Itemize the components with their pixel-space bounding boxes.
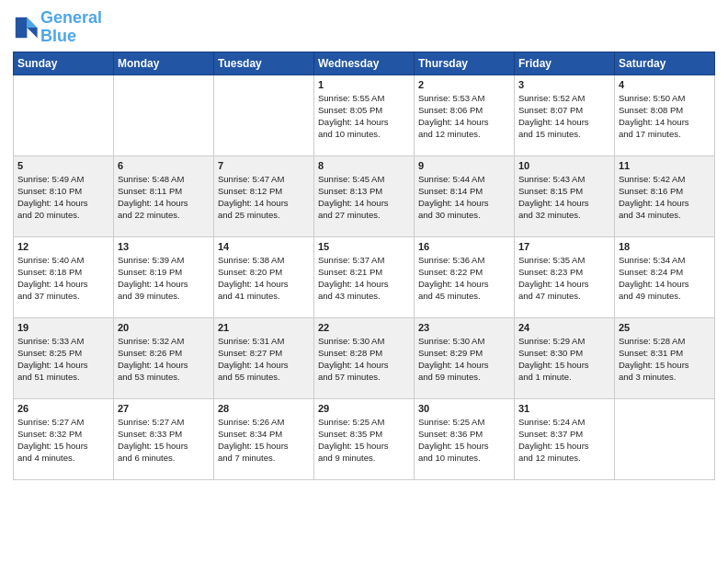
calendar-cell: 1Sunrise: 5:55 AM Sunset: 8:05 PM Daylig…: [314, 75, 415, 155]
day-info: Sunrise: 5:35 AM Sunset: 8:23 PM Dayligh…: [518, 254, 610, 303]
day-info: Sunrise: 5:37 AM Sunset: 8:21 PM Dayligh…: [318, 254, 410, 303]
day-info: Sunrise: 5:52 AM Sunset: 8:07 PM Dayligh…: [518, 92, 610, 141]
day-info: Sunrise: 5:44 AM Sunset: 8:14 PM Dayligh…: [418, 173, 510, 222]
svg-marker-1: [27, 28, 37, 38]
calendar-cell: 24Sunrise: 5:29 AM Sunset: 8:30 PM Dayli…: [515, 317, 615, 398]
day-number: 26: [17, 403, 109, 414]
day-info: Sunrise: 5:32 AM Sunset: 8:26 PM Dayligh…: [118, 335, 210, 384]
day-number: 1: [318, 79, 410, 90]
calendar-cell: 4Sunrise: 5:50 AM Sunset: 8:08 PM Daylig…: [615, 75, 715, 155]
day-info: Sunrise: 5:50 AM Sunset: 8:08 PM Dayligh…: [619, 92, 711, 141]
calendar-cell: 2Sunrise: 5:53 AM Sunset: 8:06 PM Daylig…: [415, 75, 515, 155]
day-info: Sunrise: 5:48 AM Sunset: 8:11 PM Dayligh…: [118, 173, 210, 222]
day-info: Sunrise: 5:43 AM Sunset: 8:15 PM Dayligh…: [518, 173, 610, 222]
weekday-header: Saturday: [615, 52, 715, 75]
page: General Blue SundayMondayTuesdayWednesda…: [0, 0, 728, 563]
day-info: Sunrise: 5:34 AM Sunset: 8:24 PM Dayligh…: [619, 254, 711, 303]
day-number: 22: [318, 322, 410, 333]
calendar: SundayMondayTuesdayWednesdayThursdayFrid…: [13, 52, 715, 480]
day-number: 4: [619, 79, 711, 90]
header: General Blue: [13, 9, 715, 46]
calendar-cell: 31Sunrise: 5:24 AM Sunset: 8:37 PM Dayli…: [515, 398, 615, 479]
calendar-cell: 26Sunrise: 5:27 AM Sunset: 8:32 PM Dayli…: [14, 398, 114, 479]
calendar-cell: 29Sunrise: 5:25 AM Sunset: 8:35 PM Dayli…: [314, 398, 415, 479]
calendar-week-row: 1Sunrise: 5:55 AM Sunset: 8:05 PM Daylig…: [14, 75, 715, 155]
calendar-cell: 17Sunrise: 5:35 AM Sunset: 8:23 PM Dayli…: [515, 236, 615, 317]
calendar-cell: 15Sunrise: 5:37 AM Sunset: 8:21 PM Dayli…: [314, 236, 415, 317]
logo: General Blue: [13, 9, 102, 46]
day-info: Sunrise: 5:55 AM Sunset: 8:05 PM Dayligh…: [318, 92, 410, 141]
calendar-cell: 27Sunrise: 5:27 AM Sunset: 8:33 PM Dayli…: [114, 398, 214, 479]
day-info: Sunrise: 5:45 AM Sunset: 8:13 PM Dayligh…: [318, 173, 410, 222]
calendar-cell: [615, 398, 715, 479]
day-number: 24: [518, 322, 610, 333]
day-number: 12: [17, 241, 109, 252]
day-info: Sunrise: 5:38 AM Sunset: 8:20 PM Dayligh…: [218, 254, 310, 303]
day-info: Sunrise: 5:26 AM Sunset: 8:34 PM Dayligh…: [218, 416, 310, 465]
logo-text: General Blue: [40, 9, 102, 46]
svg-marker-0: [27, 17, 37, 28]
calendar-cell: 25Sunrise: 5:28 AM Sunset: 8:31 PM Dayli…: [615, 317, 715, 398]
day-number: 3: [518, 79, 610, 90]
day-number: 18: [619, 241, 711, 252]
calendar-cell: 8Sunrise: 5:45 AM Sunset: 8:13 PM Daylig…: [314, 155, 415, 236]
calendar-cell: 16Sunrise: 5:36 AM Sunset: 8:22 PM Dayli…: [415, 236, 515, 317]
day-number: 21: [218, 322, 310, 333]
weekday-header: Monday: [114, 52, 214, 75]
day-number: 16: [418, 241, 510, 252]
logo-icon: [13, 15, 39, 40]
day-number: 9: [418, 160, 510, 171]
calendar-week-row: 19Sunrise: 5:33 AM Sunset: 8:25 PM Dayli…: [14, 317, 715, 398]
calendar-cell: 23Sunrise: 5:30 AM Sunset: 8:29 PM Dayli…: [415, 317, 515, 398]
calendar-cell: [114, 75, 214, 155]
calendar-cell: [14, 75, 114, 155]
day-number: 7: [218, 160, 310, 171]
weekday-header: Thursday: [415, 52, 515, 75]
day-number: 17: [518, 241, 610, 252]
calendar-cell: 11Sunrise: 5:42 AM Sunset: 8:16 PM Dayli…: [615, 155, 715, 236]
calendar-cell: 3Sunrise: 5:52 AM Sunset: 8:07 PM Daylig…: [515, 75, 615, 155]
calendar-cell: 30Sunrise: 5:25 AM Sunset: 8:36 PM Dayli…: [415, 398, 515, 479]
calendar-cell: 28Sunrise: 5:26 AM Sunset: 8:34 PM Dayli…: [214, 398, 314, 479]
day-number: 19: [17, 322, 109, 333]
calendar-cell: 6Sunrise: 5:48 AM Sunset: 8:11 PM Daylig…: [114, 155, 214, 236]
day-info: Sunrise: 5:39 AM Sunset: 8:19 PM Dayligh…: [118, 254, 210, 303]
day-number: 20: [118, 322, 210, 333]
day-number: 31: [518, 403, 610, 414]
day-number: 6: [118, 160, 210, 171]
calendar-week-row: 5Sunrise: 5:49 AM Sunset: 8:10 PM Daylig…: [14, 155, 715, 236]
day-number: 13: [118, 241, 210, 252]
calendar-cell: 21Sunrise: 5:31 AM Sunset: 8:27 PM Dayli…: [214, 317, 314, 398]
calendar-cell: [214, 75, 314, 155]
weekday-header: Wednesday: [314, 52, 415, 75]
calendar-cell: 22Sunrise: 5:30 AM Sunset: 8:28 PM Dayli…: [314, 317, 415, 398]
calendar-cell: 20Sunrise: 5:32 AM Sunset: 8:26 PM Dayli…: [114, 317, 214, 398]
day-info: Sunrise: 5:25 AM Sunset: 8:35 PM Dayligh…: [318, 416, 410, 465]
day-info: Sunrise: 5:47 AM Sunset: 8:12 PM Dayligh…: [218, 173, 310, 222]
day-number: 29: [318, 403, 410, 414]
calendar-cell: 13Sunrise: 5:39 AM Sunset: 8:19 PM Dayli…: [114, 236, 214, 317]
weekday-header: Sunday: [14, 52, 114, 75]
calendar-header-row: SundayMondayTuesdayWednesdayThursdayFrid…: [14, 52, 715, 75]
day-info: Sunrise: 5:28 AM Sunset: 8:31 PM Dayligh…: [619, 335, 711, 384]
calendar-week-row: 26Sunrise: 5:27 AM Sunset: 8:32 PM Dayli…: [14, 398, 715, 479]
day-number: 2: [418, 79, 510, 90]
calendar-week-row: 12Sunrise: 5:40 AM Sunset: 8:18 PM Dayli…: [14, 236, 715, 317]
day-info: Sunrise: 5:49 AM Sunset: 8:10 PM Dayligh…: [17, 173, 109, 222]
day-number: 14: [218, 241, 310, 252]
day-number: 10: [518, 160, 610, 171]
day-number: 11: [619, 160, 711, 171]
day-number: 15: [318, 241, 410, 252]
day-info: Sunrise: 5:24 AM Sunset: 8:37 PM Dayligh…: [518, 416, 610, 465]
day-info: Sunrise: 5:30 AM Sunset: 8:28 PM Dayligh…: [318, 335, 410, 384]
day-info: Sunrise: 5:25 AM Sunset: 8:36 PM Dayligh…: [418, 416, 510, 465]
day-number: 28: [218, 403, 310, 414]
calendar-cell: 9Sunrise: 5:44 AM Sunset: 8:14 PM Daylig…: [415, 155, 515, 236]
day-info: Sunrise: 5:33 AM Sunset: 8:25 PM Dayligh…: [17, 335, 109, 384]
day-info: Sunrise: 5:31 AM Sunset: 8:27 PM Dayligh…: [218, 335, 310, 384]
calendar-cell: 14Sunrise: 5:38 AM Sunset: 8:20 PM Dayli…: [214, 236, 314, 317]
day-info: Sunrise: 5:36 AM Sunset: 8:22 PM Dayligh…: [418, 254, 510, 303]
weekday-header: Friday: [515, 52, 615, 75]
day-info: Sunrise: 5:29 AM Sunset: 8:30 PM Dayligh…: [518, 335, 610, 384]
day-info: Sunrise: 5:53 AM Sunset: 8:06 PM Dayligh…: [418, 92, 510, 141]
